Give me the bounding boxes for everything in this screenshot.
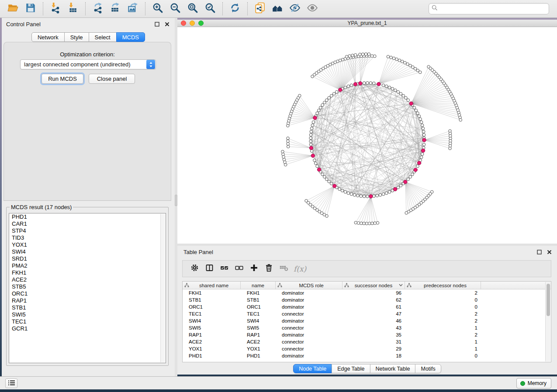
deselect-all-button[interactable] [232, 263, 246, 275]
search-icon [432, 5, 438, 13]
toolbar-separator [145, 2, 145, 15]
table-row[interactable]: FKH1FKH1dominator962 [183, 289, 551, 296]
control-panel-titlebar: Control Panel [2, 18, 175, 30]
tab-network[interactable]: Network [31, 32, 65, 42]
cell-predecessor-nodes: 0 [405, 304, 481, 309]
column-header-shared-name[interactable]: shared name [183, 282, 241, 289]
mcds-result-item[interactable]: RAP1 [9, 297, 166, 304]
tab-node-table[interactable]: Node Table [293, 364, 332, 373]
zoom-out-button[interactable] [168, 2, 183, 16]
clone-network-icon [254, 2, 266, 15]
mcds-result-item[interactable]: CAR1 [9, 220, 166, 227]
close-panel-icon[interactable] [163, 21, 170, 28]
clone-network-button[interactable] [253, 2, 267, 16]
cell-predecessor-nodes: 2 [405, 332, 481, 337]
close-panel-button[interactable]: Close panel [89, 74, 135, 84]
table-row[interactable]: SWI5SWI5connector431 [183, 324, 551, 331]
mcds-result-item[interactable]: FKH1 [9, 269, 166, 276]
table-row[interactable]: STB1STB1dominator620 [183, 296, 551, 303]
mcds-result-list[interactable]: PHD1CAR1STP4TID3YOX1SWI4SRD1PMA2FKH1ACE2… [9, 213, 166, 363]
table-row[interactable]: RAP1RAP1dominator352 [183, 331, 551, 338]
mcds-result-item[interactable]: PMA2 [9, 262, 166, 269]
table-settings-button[interactable] [188, 263, 201, 275]
column-header-successor-nodes[interactable]: successor nodes [343, 282, 405, 289]
column-header-mcds-role[interactable]: MCDS role [276, 282, 343, 289]
mcds-result-item[interactable]: SWI5 [9, 311, 166, 318]
zoom-selected-button[interactable] [203, 2, 218, 16]
control-panel-tabs: Network Style Select MCDS [2, 32, 175, 42]
cell-mcds-role: dominator [276, 304, 343, 309]
column-header-predecessor-nodes[interactable]: predecessor nodes [405, 282, 481, 289]
list-scrollbar[interactable] [160, 214, 165, 362]
table-row[interactable]: ORC1ORC1dominator610 [183, 303, 551, 310]
table-row[interactable]: PHD1PHD1dominator180 [183, 352, 551, 359]
table-row[interactable]: YOX1YOX1connector291 [183, 345, 551, 352]
refresh-layout-button[interactable] [228, 2, 242, 16]
open-file-button[interactable] [6, 2, 21, 16]
task-history-button[interactable] [5, 378, 17, 388]
mcds-result-item[interactable]: SRD1 [9, 255, 166, 262]
zoom-fit-button[interactable] [185, 2, 200, 16]
mcds-result-item[interactable]: ORC1 [9, 290, 166, 297]
mcds-result-item[interactable]: YOX1 [9, 241, 166, 248]
mcds-result-item[interactable]: GCR1 [9, 325, 166, 332]
cell-shared-name: TEC1 [183, 311, 241, 316]
export-network-button[interactable] [90, 2, 105, 16]
zoom-in-button[interactable] [150, 2, 165, 16]
column-header-name[interactable]: name [241, 282, 276, 289]
tab-edge-table[interactable]: Edge Table [332, 364, 370, 373]
gear-icon [190, 263, 199, 274]
import-table-button[interactable] [66, 2, 80, 16]
cell-shared-name: ORC1 [183, 304, 241, 309]
export-table-button[interactable] [108, 2, 123, 16]
table-row[interactable]: TEC1TEC1connector472 [183, 310, 551, 317]
select-all-button[interactable] [218, 263, 231, 275]
table-row[interactable]: SWI4SWI4dominator462 [183, 317, 551, 324]
mcds-result-item[interactable]: TID3 [9, 234, 166, 241]
tab-style[interactable]: Style [64, 32, 89, 42]
table-row[interactable]: ACE2ACE2connector311 [183, 338, 551, 345]
import-network-icon [50, 2, 61, 15]
tab-select[interactable]: Select [89, 32, 117, 42]
mcds-result-item[interactable]: PHD1 [9, 213, 166, 220]
network-canvas[interactable] [177, 27, 557, 244]
network-window-titlebar: YPA_prune.txt_1 [177, 20, 557, 27]
list-icon [8, 379, 15, 387]
delete-column-button[interactable] [262, 263, 275, 275]
export-image-button[interactable] [125, 2, 140, 16]
cell-shared-name: SWI5 [183, 325, 241, 330]
column-chooser-button[interactable] [203, 263, 216, 275]
tree-icon [407, 283, 412, 288]
float-panel-icon[interactable] [536, 248, 543, 255]
add-column-button[interactable] [247, 263, 260, 275]
search-box[interactable] [429, 3, 549, 14]
mcds-result-item[interactable]: STP4 [9, 227, 166, 234]
show-graphics-details-button[interactable] [305, 2, 320, 16]
table-scrollbar[interactable] [545, 282, 550, 361]
mcds-result-item[interactable]: SWI4 [9, 248, 166, 255]
mcds-result-item[interactable]: ACE2 [9, 276, 166, 283]
save-session-button[interactable] [23, 2, 38, 16]
tab-motifs[interactable]: Motifs [415, 364, 441, 373]
search-input[interactable] [440, 4, 546, 13]
cell-mcds-role: dominator [276, 290, 343, 296]
mcds-result-item[interactable]: TEC1 [9, 318, 166, 325]
mcds-result-item[interactable]: STB1 [9, 304, 166, 311]
memory-button[interactable]: Memory [516, 378, 551, 389]
tab-mcds[interactable]: MCDS [116, 32, 145, 42]
memory-status-icon [520, 381, 525, 386]
cell-name: RAP1 [241, 332, 276, 337]
run-mcds-button[interactable]: Run MCDS [42, 74, 83, 84]
mcds-result-item[interactable]: STB5 [9, 283, 166, 290]
close-panel-icon[interactable] [546, 248, 553, 255]
cell-name: YOX1 [241, 346, 276, 351]
network-graph[interactable] [177, 27, 557, 244]
optimization-criterion-select[interactable]: largest connected component (undirected) [20, 59, 156, 69]
tab-network-table[interactable]: Network Table [370, 364, 416, 373]
scrollbar-thumb[interactable] [547, 284, 550, 316]
float-panel-icon[interactable] [153, 21, 160, 28]
chevron-down-icon [399, 284, 403, 287]
hide-graphics-details-button[interactable] [287, 2, 302, 16]
import-network-button[interactable] [48, 2, 63, 16]
homes-icon[interactable] [270, 2, 285, 16]
